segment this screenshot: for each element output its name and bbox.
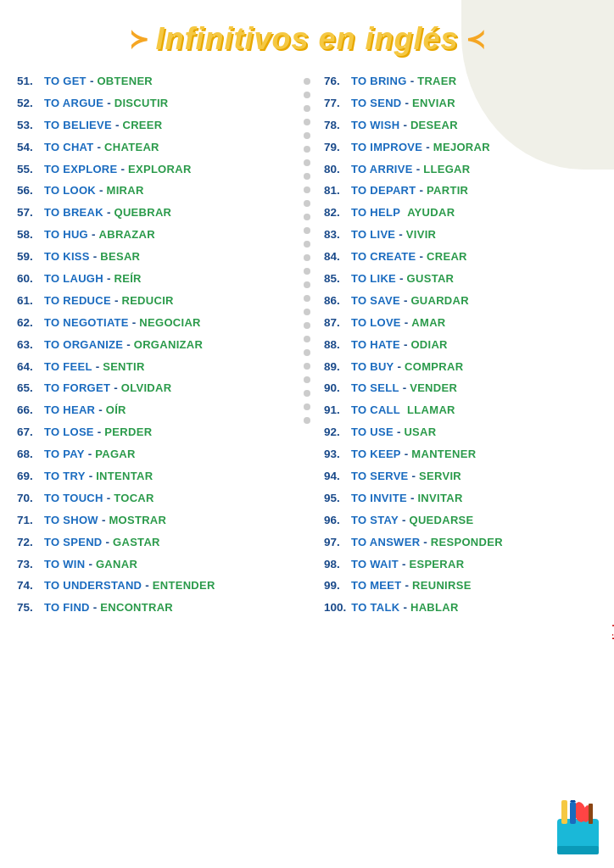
item-number: 52. <box>17 96 41 112</box>
item-english: TO STAY <box>348 513 399 528</box>
list-item: 57. TO BREAK - QUEBRAR <box>17 205 290 221</box>
item-number: 89. <box>324 359 348 376</box>
item-english: TO NEGOTIATE <box>41 315 129 331</box>
item-spanish: COMPRAR <box>405 359 463 375</box>
item-spanish: SENTIR <box>103 359 144 375</box>
item-dash: - <box>405 96 410 112</box>
item-number: 67. <box>17 425 41 441</box>
item-spanish: ENCONTRAR <box>100 600 173 615</box>
content-area: 51. TO GET - OBTENER 52. TO ARGUE - DISC… <box>17 74 597 622</box>
item-english: TO WAIT <box>348 557 399 572</box>
item-dash: - <box>114 293 119 309</box>
list-item: 88. TO HATE - ODIAR <box>324 337 597 353</box>
item-dash: - <box>145 578 149 594</box>
list-item: 91. TO CALL LLAMAR <box>324 403 597 419</box>
item-dash: - <box>403 381 407 397</box>
item-dash: - <box>397 425 401 441</box>
item-spanish: GASTAR <box>113 535 160 550</box>
item-spanish: VENDER <box>410 381 457 396</box>
list-item: 70. TO TOUCH - TOCAR <box>17 491 290 507</box>
item-spanish: AYUDAR <box>407 205 455 220</box>
item-spanish: SERVIR <box>419 469 461 484</box>
item-english: TO REDUCE <box>41 293 111 309</box>
item-number: 66. <box>17 403 41 419</box>
item-english: TO IMPROVE <box>348 140 422 155</box>
item-spanish: TRAER <box>417 74 456 89</box>
list-item: 74. TO UNDERSTAND - ENTENDER <box>17 578 290 594</box>
item-dash: - <box>120 162 125 178</box>
divider-dot <box>304 417 310 424</box>
item-spanish: CREER <box>122 118 162 133</box>
list-item: 53. TO BELIEVE - CREER <box>17 118 290 134</box>
list-item: 61. TO REDUCE - REDUCIR <box>17 293 290 309</box>
item-english: TO TRY <box>41 469 86 484</box>
item-number: 59. <box>17 249 41 265</box>
item-number: 56. <box>17 183 41 199</box>
item-spanish: MANTENER <box>411 447 476 462</box>
item-spanish: AMAR <box>411 315 445 331</box>
item-number: 74. <box>17 578 41 594</box>
divider-dot <box>304 105 310 112</box>
list-item: 66. TO HEAR - OÍR <box>17 403 290 419</box>
item-dash: - <box>399 227 403 243</box>
item-number: 76. <box>324 74 348 90</box>
item-spanish: OBTENER <box>97 74 153 89</box>
item-spanish: USAR <box>404 425 436 440</box>
list-item: 89. TO BUY - COMPRAR <box>324 359 597 376</box>
item-english: TO CALL <box>348 403 400 418</box>
item-spanish: QUEDARSE <box>409 513 473 528</box>
item-spanish: DISCUTIR <box>114 96 169 111</box>
list-item: 96. TO STAY - QUEDARSE <box>324 513 597 529</box>
svg-rect-1 <box>557 846 599 854</box>
item-english: TO HEAR <box>41 403 95 418</box>
item-spanish: EXPLORAR <box>128 162 192 177</box>
list-item: 97. TO ANSWER - RESPONDER <box>324 535 597 551</box>
list-item: 99. TO MEET - REUNIRSE <box>324 578 597 594</box>
item-english: TO LOSE <box>41 425 94 440</box>
divider-dot <box>304 268 310 275</box>
pencil-cup-decoration <box>555 804 601 855</box>
list-item: 67. TO LOSE - PERDER <box>17 425 290 441</box>
item-number: 86. <box>324 293 348 309</box>
item-english: TO SHOW <box>41 513 98 528</box>
list-item: 60. TO LAUGH - REÍR <box>17 271 290 287</box>
item-spanish: TOCAR <box>114 491 154 506</box>
item-english: TO EXPLORE <box>41 162 117 177</box>
list-item: 87. TO LOVE - AMAR <box>324 315 597 331</box>
item-english: TO ARGUE <box>41 96 103 111</box>
item-dash: - <box>412 469 416 485</box>
item-spanish: OLVIDAR <box>121 381 172 396</box>
item-spanish: REÍR <box>114 271 141 287</box>
item-spanish: RESPONDER <box>431 535 503 550</box>
item-english: TO ORGANIZE <box>41 337 123 353</box>
item-dash: - <box>107 205 111 221</box>
item-english: TO FORGET <box>41 381 110 396</box>
item-spanish: ENVIAR <box>412 96 455 111</box>
item-number: 88. <box>324 337 348 353</box>
item-spanish: INTENTAR <box>96 469 153 484</box>
arrow-left-icon: ≻ <box>129 25 148 53</box>
item-english: TO MEET <box>348 578 402 593</box>
list-item: 94. TO SERVE - SERVIR <box>324 469 597 485</box>
item-english: TO ARRIVE <box>348 162 413 177</box>
item-english: TO FIND <box>41 600 90 615</box>
item-dash: - <box>404 293 408 309</box>
item-number: 71. <box>17 513 41 529</box>
item-number: 79. <box>324 140 348 156</box>
item-spanish: PAGAR <box>95 447 135 462</box>
divider-dot <box>304 92 310 98</box>
list-item: 73. TO WIN - GANAR <box>17 557 290 573</box>
divider-dot <box>304 254 310 261</box>
list-item: 81. TO DEPART - PARTIR <box>324 183 597 199</box>
column-divider <box>299 74 315 622</box>
divider-dot <box>304 119 310 125</box>
list-item: 72. TO SPEND - GASTAR <box>17 535 290 551</box>
item-spanish: DESEAR <box>410 118 458 133</box>
item-number: 87. <box>324 315 348 331</box>
divider-dot <box>304 78 310 85</box>
item-dash: - <box>98 140 102 156</box>
item-dash: - <box>88 557 92 573</box>
item-spanish: NEGOCIAR <box>139 315 200 331</box>
item-number: 90. <box>324 381 348 397</box>
item-number: 68. <box>17 447 41 463</box>
